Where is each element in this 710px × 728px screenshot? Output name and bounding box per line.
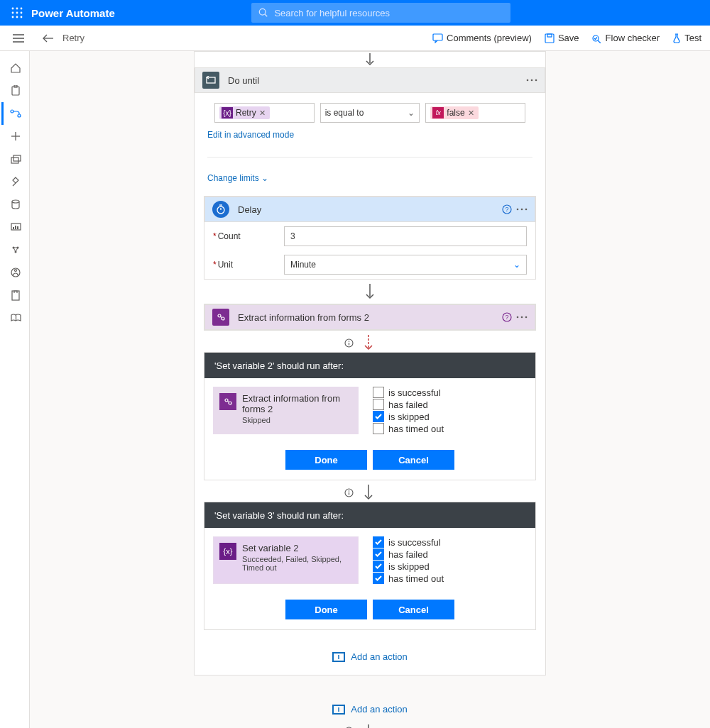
- brand-name: Power Automate: [31, 7, 115, 19]
- search-icon: [258, 8, 268, 18]
- search-box[interactable]: [251, 3, 510, 23]
- svg-point-1: [16, 8, 18, 10]
- test-button[interactable]: Test: [672, 33, 701, 43]
- check-icon: [592, 33, 602, 43]
- back-icon[interactable]: [43, 34, 54, 43]
- svg-rect-17: [547, 34, 552, 37]
- flow-checker-button[interactable]: Flow checker: [592, 33, 660, 43]
- svg-point-4: [16, 12, 18, 14]
- svg-line-10: [266, 14, 268, 16]
- top-bar: Power Automate: [0, 0, 710, 26]
- search-input[interactable]: [274, 8, 503, 18]
- page-title: Retry: [62, 33, 84, 43]
- svg-point-5: [21, 12, 23, 14]
- svg-line-19: [598, 40, 601, 43]
- app-launcher-icon[interactable]: [6, 1, 28, 24]
- svg-point-6: [12, 16, 14, 18]
- svg-rect-16: [545, 34, 554, 43]
- svg-point-3: [12, 12, 14, 14]
- hamburger-icon[interactable]: [9, 28, 28, 48]
- svg-rect-15: [433, 34, 442, 40]
- flask-icon: [672, 33, 681, 43]
- svg-point-9: [260, 9, 266, 15]
- command-bar: Retry Comments (preview) Save Flow check…: [0, 26, 710, 51]
- save-button[interactable]: Save: [545, 33, 579, 43]
- save-icon: [545, 33, 555, 43]
- comment-icon: [432, 33, 443, 43]
- comments-button[interactable]: Comments (preview): [432, 33, 532, 43]
- svg-point-8: [21, 16, 23, 18]
- svg-point-0: [12, 8, 14, 10]
- svg-point-2: [21, 8, 23, 10]
- svg-point-7: [16, 16, 18, 18]
